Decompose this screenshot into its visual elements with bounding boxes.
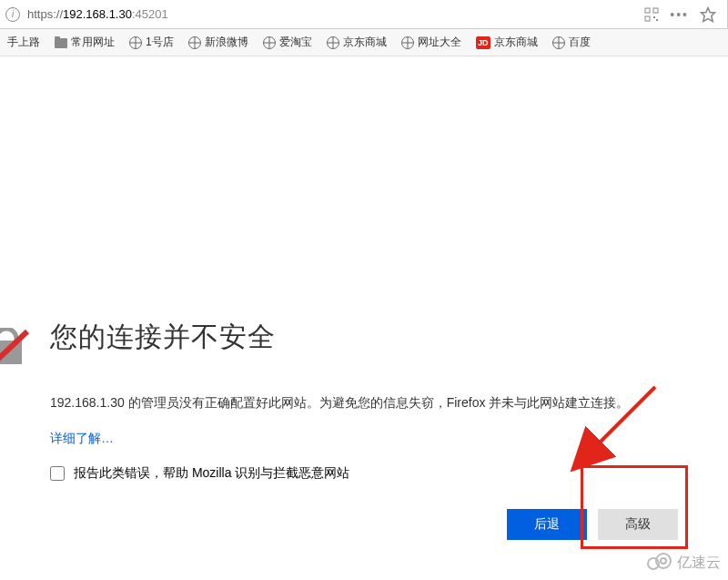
bookmark-item-weibo[interactable]: 新浪微博 — [185, 33, 252, 52]
address-bar: i https://192.168.1.30:45201 ••• — [0, 0, 728, 29]
globe-icon — [129, 36, 142, 49]
bookmark-item-aitaobao[interactable]: 爱淘宝 — [259, 33, 316, 52]
bookmark-label: 网址大全 — [418, 35, 461, 50]
bookmarks-bar: 手上路 常用网址 1号店 新浪微博 爱淘宝 京东商城 网址大全 JD 京东商城 … — [0, 29, 728, 56]
bookmark-label: 百度 — [569, 35, 591, 50]
svg-rect-1 — [653, 8, 658, 13]
svg-rect-3 — [653, 16, 655, 18]
error-page: 您的连接并不安全 192.168.1.30 的管理员没有正确配置好此网站。为避免… — [0, 319, 728, 540]
advanced-button[interactable]: 高级 — [598, 509, 678, 540]
bookmark-label: 手上路 — [7, 35, 40, 50]
bookmark-label: 新浪微博 — [205, 35, 248, 50]
bookmark-item-jd2[interactable]: JD 京东商城 — [472, 33, 541, 52]
bookmark-item-0[interactable]: 手上路 — [4, 33, 44, 52]
watermark: 亿速云 — [646, 552, 721, 575]
globe-icon — [327, 36, 339, 49]
globe-icon — [188, 36, 201, 49]
bookmark-label: 京东商城 — [343, 35, 387, 50]
svg-rect-0 — [645, 8, 650, 13]
svg-marker-5 — [702, 7, 715, 21]
svg-point-11 — [661, 558, 666, 564]
svg-rect-2 — [645, 16, 650, 21]
globe-icon — [263, 36, 276, 49]
button-row: 后退 高级 — [50, 509, 678, 540]
watermark-text: 亿速云 — [677, 554, 721, 573]
report-error-checkbox[interactable] — [50, 466, 65, 481]
page-actions-icon[interactable]: ••• — [670, 7, 689, 22]
error-description: 192.168.1.30 的管理员没有正确配置好此网站。为避免您的信息失窃，Fi… — [50, 392, 678, 412]
qr-icon[interactable] — [644, 7, 659, 22]
report-error-row: 报告此类错误，帮助 Mozilla 识别与拦截恶意网站 — [50, 465, 678, 482]
bookmark-item-folder[interactable]: 常用网址 — [51, 33, 118, 52]
insecure-connection-icon — [0, 328, 31, 368]
globe-icon — [401, 36, 414, 49]
folder-icon — [55, 37, 67, 48]
globe-icon — [552, 36, 565, 49]
url-port: :45201 — [132, 7, 168, 21]
url-text[interactable]: https://192.168.1.30:45201 — [27, 7, 644, 21]
error-title: 您的连接并不安全 — [50, 319, 678, 356]
bookmark-label: 爱淘宝 — [279, 35, 312, 50]
bookmark-item-yihaodian[interactable]: 1号店 — [126, 33, 177, 52]
bookmark-item-baidu[interactable]: 百度 — [549, 33, 594, 52]
report-error-label: 报告此类错误，帮助 Mozilla 识别与拦截恶意网站 — [74, 465, 349, 482]
back-button[interactable]: 后退 — [507, 509, 587, 540]
bookmark-label: 京东商城 — [494, 35, 538, 50]
learn-more-link[interactable]: 详细了解… — [50, 431, 114, 445]
info-icon[interactable]: i — [5, 7, 20, 22]
url-prefix: https:// — [27, 7, 63, 21]
jd-icon: JD — [476, 36, 490, 49]
address-bar-actions: ••• — [644, 6, 722, 23]
bookmark-item-jd1[interactable]: 京东商城 — [323, 33, 390, 52]
watermark-logo-icon — [646, 552, 673, 575]
bookmark-item-wangzhi[interactable]: 网址大全 — [398, 33, 465, 52]
bookmark-label: 1号店 — [146, 35, 174, 50]
svg-rect-4 — [656, 19, 658, 21]
url-ip: 192.168.1.30 — [63, 7, 132, 21]
bookmark-label: 常用网址 — [71, 35, 115, 50]
bookmark-star-icon[interactable] — [700, 6, 716, 23]
